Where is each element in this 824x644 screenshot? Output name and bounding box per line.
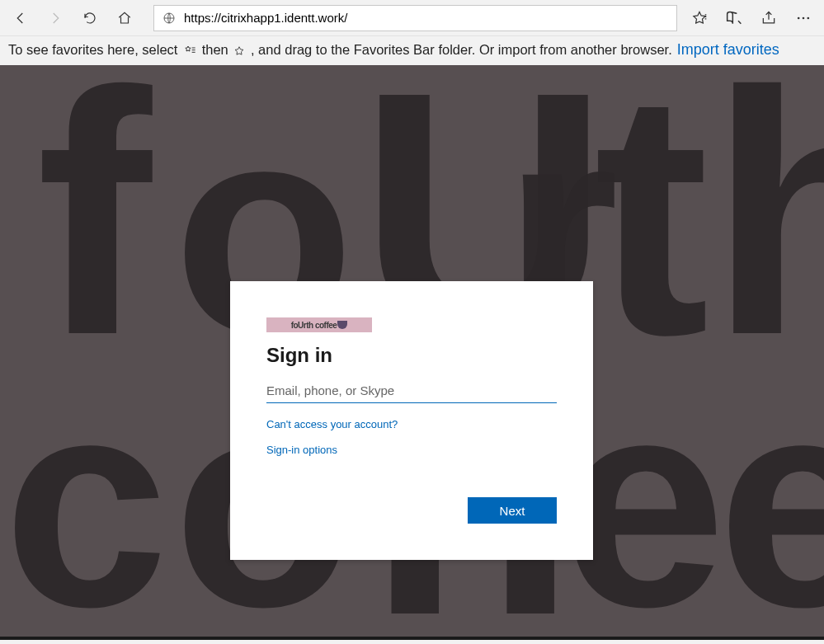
address-bar[interactable]	[153, 5, 677, 31]
reading-list-button[interactable]	[717, 2, 751, 34]
bg-letter: e	[718, 354, 824, 640]
favorites-bar: To see favorites here, select then , and…	[0, 36, 824, 65]
share-button[interactable]	[751, 2, 786, 34]
home-button[interactable]	[107, 2, 142, 34]
star-list-icon	[183, 45, 196, 58]
bg-letter: c	[3, 354, 168, 640]
email-field[interactable]	[266, 378, 557, 403]
browser-toolbar	[0, 0, 824, 36]
favorites-hint-text: To see favorites here, select then , and…	[8, 42, 672, 58]
star-icon	[233, 45, 245, 57]
page-content: f o U r th c o ff e e foUrth coffee Sign…	[0, 65, 824, 640]
site-info-icon[interactable]	[159, 12, 179, 25]
back-button[interactable]	[3, 2, 38, 34]
next-button[interactable]: Next	[468, 497, 557, 524]
more-button[interactable]	[786, 2, 821, 34]
forward-button[interactable]	[38, 2, 73, 34]
refresh-button[interactable]	[73, 2, 107, 34]
coffee-cup-icon	[337, 321, 347, 329]
svg-point-2	[803, 16, 805, 19]
brand-logo: foUrth coffee	[266, 317, 372, 332]
signin-title: Sign in	[266, 344, 557, 367]
svg-point-1	[798, 16, 800, 19]
import-favorites-link[interactable]: Import favorites	[677, 41, 779, 59]
url-input[interactable]	[179, 7, 671, 28]
brand-logo-text: foUrth coffee	[291, 321, 337, 330]
signin-options-link[interactable]: Sign-in options	[266, 444, 337, 456]
cant-access-link[interactable]: Can't access your account?	[266, 418, 398, 430]
svg-point-3	[808, 16, 810, 19]
favorites-button[interactable]	[682, 2, 717, 34]
signin-card: foUrth coffee Sign in Can't access your …	[230, 281, 593, 560]
